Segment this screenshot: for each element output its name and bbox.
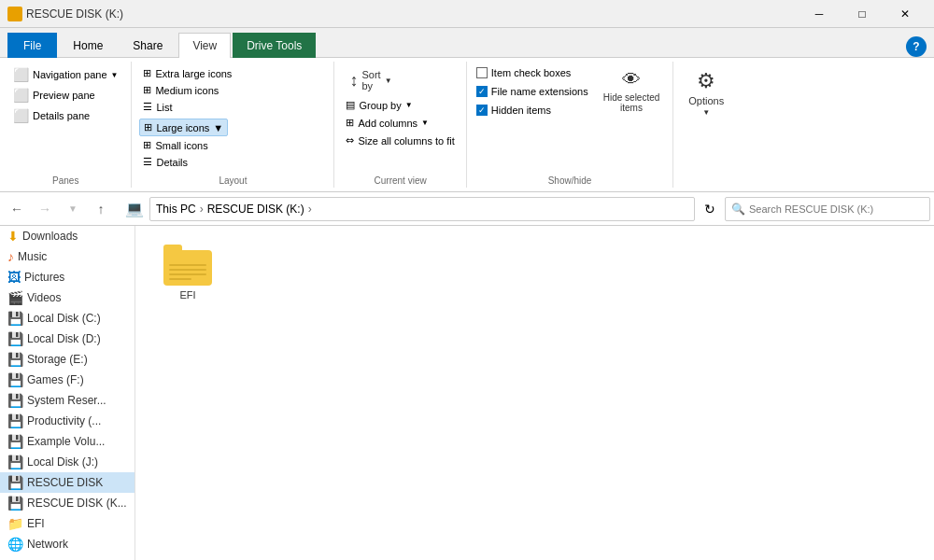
local-d-label: Local Disk (D:) <box>27 332 101 345</box>
layout-col1: ⊞ Extra large icons ⊞ Medium icons ☰ Lis… <box>139 65 235 115</box>
ribbon-group-currentview: ↕ Sort by ▼ ▤ Group by ▼ ⊞ Add columns ▼… <box>334 62 466 188</box>
sidebar-item-games-f[interactable]: 💾 Games (F:) <box>0 370 134 390</box>
forward-button[interactable]: → <box>32 196 58 222</box>
tab-share[interactable]: Share <box>119 33 177 58</box>
videos-label: Videos <box>27 291 61 304</box>
details-pane-button[interactable]: ⬜ Details pane <box>7 106 123 125</box>
details-layout-icon: ☰ <box>143 156 152 168</box>
folder-lines <box>169 264 206 280</box>
small-icons-btn[interactable]: ⊞ Small icons <box>139 137 228 153</box>
sort-by-button[interactable]: ↕ Sort by ▼ <box>342 65 399 95</box>
details-btn[interactable]: ☰ Details <box>139 154 228 170</box>
size-all-columns-button[interactable]: ⇔ Size all columns to fit <box>342 133 458 148</box>
navigation-bar: ← → ▼ ↑ 💻 This PC › RESCUE DISK (K:) › ↻… <box>0 192 934 226</box>
list-btn[interactable]: ☰ List <box>139 99 235 115</box>
example-volu-label: Example Volu... <box>27 435 105 448</box>
layout-dropdown-icon: ▼ <box>213 122 223 133</box>
file-name-extensions-option[interactable]: ✓ File name extensions <box>474 84 590 99</box>
breadcrumb-rescue: RESCUE DISK (K:) <box>207 203 304 216</box>
sidebar-item-network[interactable]: 🌐 Network <box>0 534 134 554</box>
file-name-extensions-checkbox[interactable]: ✓ <box>476 86 488 97</box>
group-by-button[interactable]: ▤ Group by ▼ <box>342 97 416 113</box>
sidebar-item-rescue-disk[interactable]: 💾 RESCUE DISK <box>0 472 134 493</box>
extra-large-icons-btn[interactable]: ⊞ Extra large icons <box>139 65 235 81</box>
item-checkboxes-option[interactable]: Item check boxes <box>474 65 590 80</box>
refresh-button[interactable]: ↻ <box>697 196 723 222</box>
medium-icons-btn[interactable]: ⊞ Medium icons <box>139 82 235 98</box>
folder-line-3 <box>169 273 206 275</box>
nav-pane-icon: ⬜ <box>13 67 29 82</box>
sidebar-item-pictures[interactable]: 🖼 Pictures <box>0 267 134 287</box>
storage-e-icon: 💾 <box>7 352 23 367</box>
add-columns-button[interactable]: ⊞ Add columns ▼ <box>342 115 432 131</box>
recent-button[interactable]: ▼ <box>60 196 86 222</box>
medium-icon: ⊞ <box>143 84 151 96</box>
tab-view[interactable]: View <box>178 33 231 58</box>
sidebar-item-videos[interactable]: 🎬 Videos <box>0 287 134 308</box>
sidebar-item-downloads[interactable]: ⬇ Downloads <box>0 226 134 246</box>
ribbon-tabs: File Home Share View Drive Tools ? <box>0 28 934 58</box>
options-button[interactable]: ⚙ Options ▼ <box>681 65 731 120</box>
ribbon-group-showhide: Item check boxes ✓ File name extensions … <box>467 62 674 188</box>
sidebar-item-local-c[interactable]: 💾 Local Disk (C:) <box>0 308 134 329</box>
back-button[interactable]: ← <box>4 196 30 222</box>
tab-drive-tools[interactable]: Drive Tools <box>233 33 316 58</box>
sidebar-item-storage-e[interactable]: 💾 Storage (E:) <box>0 349 134 370</box>
rescue-disk-k-label: RESCUE DISK (K... <box>27 497 127 510</box>
tab-home[interactable]: Home <box>59 33 117 58</box>
efi-file-label: EFI <box>179 289 195 301</box>
close-button[interactable]: ✕ <box>884 0 927 28</box>
list-icon: ☰ <box>143 101 152 113</box>
hidden-items-label: Hidden items <box>491 105 551 116</box>
item-checkboxes-label: Item check boxes <box>491 67 572 78</box>
sidebar-item-example-volu[interactable]: 💾 Example Volu... <box>0 431 134 452</box>
file-item-efi[interactable]: EFI <box>150 241 225 304</box>
options-content: ⚙ Options ▼ <box>681 62 731 184</box>
sidebar-item-system-reser[interactable]: 💾 System Reser... <box>0 390 134 411</box>
search-box[interactable]: 🔍 <box>725 197 930 221</box>
efi-icon: 📁 <box>7 516 23 531</box>
preview-icon: ⬜ <box>13 88 29 103</box>
hide-selected-button[interactable]: 👁 Hide selected items <box>598 65 666 117</box>
add-col-icon: ⊞ <box>346 117 354 129</box>
local-j-label: Local Disk (J:) <box>27 455 98 469</box>
sidebar-item-efi[interactable]: 📁 EFI <box>0 513 134 534</box>
help-button[interactable]: ? <box>906 36 927 57</box>
group-icon: ▤ <box>346 99 355 111</box>
main-area: ⬇ Downloads ♪ Music 🖼 Pictures 🎬 Videos … <box>0 226 934 560</box>
tab-file[interactable]: File <box>7 33 57 58</box>
search-icon: 🔍 <box>731 203 745 216</box>
sidebar-item-productivity[interactable]: 💾 Productivity (... <box>0 411 134 431</box>
up-button[interactable]: ↑ <box>88 196 114 222</box>
storage-e-label: Storage (E:) <box>27 353 88 366</box>
showhide-content: Item check boxes ✓ File name extensions … <box>474 62 666 174</box>
breadcrumb[interactable]: This PC › RESCUE DISK (K:) › <box>149 197 695 221</box>
pictures-label: Pictures <box>24 271 64 284</box>
sidebar-item-local-d[interactable]: 💾 Local Disk (D:) <box>0 329 134 349</box>
downloads-icon: ⬇ <box>7 229 19 244</box>
sidebar-item-local-j[interactable]: 💾 Local Disk (J:) <box>0 452 134 472</box>
preview-pane-button[interactable]: ⬜ Preview pane <box>7 86 123 105</box>
navigation-pane-button[interactable]: ⬜ Navigation pane ▼ <box>7 65 123 84</box>
item-checkboxes-checkbox[interactable] <box>476 67 488 78</box>
large-icons-btn[interactable]: ⊞ Large icons ▼ <box>139 119 228 136</box>
sort-dropdown-icon: ▼ <box>385 77 392 85</box>
rescue-disk-label: RESCUE DISK <box>27 476 103 489</box>
hidden-items-checkbox[interactable]: ✓ <box>476 105 488 116</box>
navigation-pane-label: Navigation pane <box>33 69 107 80</box>
network-icon: 🌐 <box>7 537 23 552</box>
pictures-icon: 🖼 <box>7 270 21 285</box>
currentview-content: ↕ Sort by ▼ ▤ Group by ▼ ⊞ Add columns ▼… <box>342 62 458 174</box>
details-icon: ⬜ <box>13 108 29 123</box>
local-d-icon: 💾 <box>7 331 23 346</box>
sidebar-item-rescue-disk-k[interactable]: 💾 RESCUE DISK (K... <box>0 493 134 513</box>
currentview-group-label: Current view <box>375 174 427 188</box>
minimize-button[interactable]: ─ <box>798 0 841 28</box>
layout-content: ⊞ Extra large icons ⊞ Medium icons ☰ Lis… <box>139 62 326 174</box>
hide-selected-label: Hide selected items <box>603 92 660 113</box>
hidden-items-option[interactable]: ✓ Hidden items <box>474 103 590 118</box>
breadcrumb-sep2: › <box>308 203 312 216</box>
sidebar-item-music[interactable]: ♪ Music <box>0 246 134 267</box>
maximize-button[interactable]: □ <box>841 0 884 28</box>
search-input[interactable] <box>749 203 924 215</box>
